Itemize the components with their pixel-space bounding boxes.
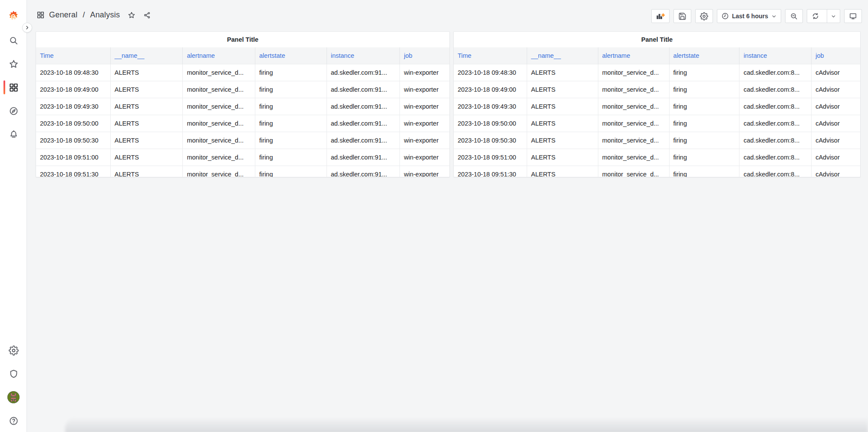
table-cell: monitor_service_d... — [598, 132, 669, 149]
table-cell: cAdvisor — [812, 166, 860, 177]
column-header-alertstate[interactable]: alertstate — [669, 47, 739, 64]
table-cell: cAdvisor — [812, 98, 860, 115]
chevron-right-icon — [25, 25, 30, 30]
table-cell: ALERTS — [110, 166, 183, 177]
table-cell: win-exporter — [400, 81, 449, 98]
sidebar-bottom-nav — [0, 345, 27, 426]
dashboard-settings-button[interactable] — [695, 9, 713, 23]
sidebar-item-alerting[interactable] — [0, 129, 27, 140]
breadcrumb-folder[interactable]: General — [49, 10, 77, 20]
column-header-Time[interactable]: Time — [454, 47, 527, 64]
breadcrumb-separator: / — [83, 10, 85, 20]
bell-icon — [9, 130, 19, 140]
share-dashboard-button[interactable] — [143, 11, 151, 19]
table-row: 2023-10-18 09:49:30ALERTSmonitor_service… — [454, 98, 860, 115]
table-cell: cad.skedler.com:8... — [739, 81, 812, 98]
table-cell: cad.skedler.com:8... — [739, 115, 812, 132]
table-cell: 2023-10-18 09:51:00 — [454, 149, 527, 166]
cycle-view-mode-button[interactable] — [844, 9, 862, 23]
table-row: 2023-10-18 09:50:00ALERTSmonitor_service… — [36, 115, 449, 132]
table-cell: win-exporter — [400, 115, 449, 132]
table-row: 2023-10-18 09:48:30ALERTSmonitor_service… — [454, 64, 860, 81]
table-cell: firing — [255, 115, 327, 132]
add-panel-button[interactable] — [651, 9, 670, 23]
table-cell: win-exporter — [400, 149, 449, 166]
time-range-picker[interactable]: Last 6 hours — [717, 9, 781, 23]
table-row: 2023-10-18 09:51:30ALERTSmonitor_service… — [36, 166, 449, 177]
sidebar-item-dashboards[interactable] — [0, 82, 27, 93]
help-circle-icon — [9, 416, 19, 426]
table-cell: ALERTS — [527, 81, 598, 98]
table-cell: cad.skedler.com:8... — [739, 166, 812, 177]
column-header-instance[interactable]: instance — [327, 47, 400, 64]
table-cell: ALERTS — [527, 166, 598, 177]
sidebar-item-profile[interactable] — [0, 392, 27, 402]
table-row: 2023-10-18 09:49:30ALERTSmonitor_service… — [36, 98, 449, 115]
chevron-down-icon — [831, 13, 836, 19]
column-header-alertname[interactable]: alertname — [183, 47, 255, 64]
table-cell: win-exporter — [400, 166, 449, 177]
zoom-out-time-button[interactable] — [785, 9, 803, 23]
panel-title[interactable]: Panel Title — [36, 32, 449, 47]
column-header-name[interactable]: __name__ — [527, 47, 598, 64]
column-header-job[interactable]: job — [400, 47, 449, 64]
save-dashboard-button[interactable] — [673, 9, 691, 23]
column-header-instance[interactable]: instance — [739, 47, 812, 64]
sidebar-item-help[interactable] — [0, 415, 27, 426]
data-table: Time__name__alertnamealertstateinstancej… — [36, 47, 449, 177]
column-header-alertname[interactable]: alertname — [598, 47, 669, 64]
table-cell: firing — [255, 81, 327, 98]
table-cell: ALERTS — [527, 98, 598, 115]
refresh-interval-dropdown[interactable] — [827, 10, 840, 23]
grafana-logo[interactable] — [7, 10, 20, 23]
table-cell: firing — [255, 166, 327, 177]
table-cell: firing — [669, 115, 739, 132]
table-cell: 2023-10-18 09:49:30 — [36, 98, 110, 115]
star-icon — [128, 11, 135, 19]
refresh-icon — [812, 12, 819, 20]
table-cell: 2023-10-18 09:48:30 — [454, 64, 527, 81]
sidebar-item-server-admin[interactable] — [0, 369, 27, 379]
compass-icon — [9, 106, 19, 116]
favorite-dashboard-button[interactable] — [128, 11, 135, 19]
table-cell: ad.skedler.com:91... — [327, 81, 400, 98]
column-header-alertstate[interactable]: alertstate — [255, 47, 327, 64]
dashboards-grid-icon — [9, 83, 19, 93]
table-cell: monitor_service_d... — [598, 64, 669, 81]
add-panel-icon — [656, 11, 665, 21]
table-cell: cAdvisor — [812, 64, 860, 81]
sidebar-item-explore[interactable] — [0, 106, 27, 116]
table-cell: cAdvisor — [812, 149, 860, 166]
table-cell: firing — [669, 98, 739, 115]
chevron-down-icon — [771, 13, 777, 19]
column-header-name[interactable]: __name__ — [110, 47, 183, 64]
table-cell: ALERTS — [110, 98, 183, 115]
table-cell: 2023-10-18 09:50:30 — [454, 132, 527, 149]
column-header-job[interactable]: job — [812, 47, 860, 64]
table-cell: monitor_service_d... — [183, 132, 255, 149]
panel-title[interactable]: Panel Title — [454, 32, 860, 47]
table-cell: win-exporter — [400, 132, 449, 149]
table-cell: 2023-10-18 09:48:30 — [36, 64, 110, 81]
table-row: 2023-10-18 09:48:30ALERTSmonitor_service… — [36, 64, 449, 81]
sidebar-item-starred[interactable] — [0, 59, 27, 69]
table-panel: Panel Title Time__name__alertnamealertst… — [36, 31, 450, 177]
table-header-row: Time__name__alertnamealertstateinstancej… — [36, 47, 449, 64]
breadcrumb-dashboard-name[interactable]: Analysis — [90, 10, 120, 20]
table-cell: 2023-10-18 09:50:00 — [454, 115, 527, 132]
table-cell: ALERTS — [110, 64, 183, 81]
column-header-Time[interactable]: Time — [36, 47, 110, 64]
refresh-dashboard-button[interactable] — [807, 10, 824, 23]
sidebar-item-search[interactable] — [0, 35, 27, 46]
sidebar-item-configuration[interactable] — [0, 345, 27, 356]
table-row: 2023-10-18 09:50:00ALERTSmonitor_service… — [454, 115, 860, 132]
table-cell: cad.skedler.com:8... — [739, 149, 812, 166]
table-cell: ALERTS — [527, 149, 598, 166]
dashboard-toolbar: Last 6 hours — [651, 9, 862, 23]
table-cell: 2023-10-18 09:49:00 — [36, 81, 110, 98]
table-row: 2023-10-18 09:49:00ALERTSmonitor_service… — [454, 81, 860, 98]
breadcrumb: General / Analysis — [36, 10, 151, 20]
sidebar-expand-button[interactable] — [22, 23, 32, 33]
table-row: 2023-10-18 09:50:30ALERTSmonitor_service… — [36, 132, 449, 149]
dashboard-top-bar: General / Analysis Last 6 hours — [27, 0, 868, 29]
